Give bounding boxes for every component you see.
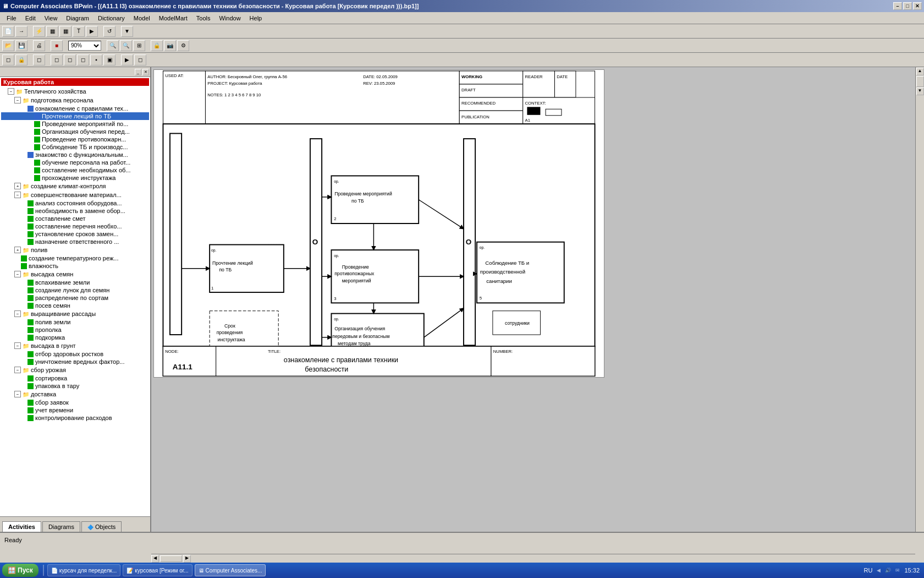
text-button[interactable]: T — [73, 26, 85, 37]
grid-button[interactable]: ▦ — [46, 26, 58, 37]
tb3-btn1[interactable]: ◻ — [2, 54, 14, 66]
panel-close[interactable]: ✕ — [142, 69, 149, 75]
zoom-in-button[interactable]: 🔍 — [107, 40, 119, 51]
tree-item[interactable]: сортировка — [1, 374, 149, 382]
zoom-select[interactable]: 90% 100% 75% — [68, 41, 101, 51]
tree-item[interactable]: отбор здоровых ростков — [1, 350, 149, 358]
tree-item[interactable]: Соблюдение ТБ и производс... — [1, 143, 149, 151]
menu-edit[interactable]: Edit — [21, 14, 40, 23]
menu-model[interactable]: Model — [129, 14, 155, 23]
expand-icon[interactable]: − — [14, 192, 21, 198]
expand-icon[interactable]: − — [14, 342, 21, 349]
grid2-button[interactable]: ▦ — [59, 26, 72, 37]
tree-item[interactable]: знакомство с функциональным... — [1, 151, 149, 159]
tree-item[interactable]: +📁полив — [1, 246, 149, 254]
tree-item[interactable]: обучение персонала на работ... — [1, 159, 149, 166]
tree-item[interactable]: анализ состояния оборудова... — [1, 199, 149, 207]
tb3-btn7[interactable]: ▪ — [90, 54, 102, 66]
tree-item[interactable]: Организация обучения перед... — [1, 128, 149, 135]
maximize-button[interactable]: □ — [903, 2, 912, 10]
tb3-btn6[interactable]: ◻ — [77, 54, 89, 66]
new-button[interactable]: 📄 — [2, 26, 14, 37]
tree-item[interactable]: уничтожение вредных фактор... — [1, 358, 149, 366]
start-button[interactable]: 🪟 Пуск — [2, 564, 38, 577]
tree-item[interactable]: −📁Тепличного хозяйства — [1, 87, 149, 96]
menu-modelmart[interactable]: ModelMart — [155, 14, 192, 23]
taskbar-btn-2[interactable]: 📝 курсовая [Режим ог... — [123, 564, 192, 576]
expand-icon[interactable]: + — [14, 247, 21, 253]
tree-item[interactable]: −📁совершенствование материал... — [1, 190, 149, 199]
tree-item[interactable]: составление перечня необхо... — [1, 222, 149, 230]
tab-activities[interactable]: Activities — [2, 521, 41, 532]
tree-container[interactable]: Курсовая работа −📁Тепличного хозяйства−📁… — [0, 77, 150, 516]
tab-objects[interactable]: 🔷 Objects — [81, 521, 122, 532]
tree-item[interactable]: установление сроков замен... — [1, 230, 149, 238]
tab-diagrams[interactable]: Diagrams — [42, 521, 80, 532]
undo-button[interactable]: ↺ — [103, 26, 116, 37]
menu-help[interactable]: Help — [245, 14, 267, 23]
color-button[interactable]: ■ — [51, 40, 63, 51]
tree-item[interactable]: −📁доставка — [1, 390, 149, 399]
tree-item[interactable]: упаковка в тару — [1, 382, 149, 390]
tree-item[interactable]: ознакомление с правилами тех... — [1, 105, 149, 112]
tb3-btn9[interactable]: ▶ — [121, 54, 133, 66]
camera-button[interactable]: 📷 — [164, 40, 176, 51]
menu-view[interactable]: View — [40, 14, 62, 23]
diagram-panel[interactable]: USED AT: AUTHOR: Бескровный Олег, группа… — [151, 67, 915, 532]
tree-root[interactable]: Курсовая работа — [1, 78, 149, 86]
taskbar-btn-1[interactable]: 📄 курсач для переделк... — [47, 564, 121, 576]
tree-item[interactable]: необходимость в замене обор... — [1, 207, 149, 215]
tb3-btn2[interactable]: 🔒 — [15, 54, 28, 66]
tree-item[interactable]: −📁сбор урожая — [1, 366, 149, 374]
expand-icon[interactable]: − — [8, 88, 14, 95]
horizontal-scrollbar[interactable]: ◀ ▶ — [151, 554, 915, 563]
tb3-btn8[interactable]: ▣ — [103, 54, 116, 66]
tb3-btn4[interactable]: ◻ — [51, 54, 63, 66]
tb3-btn10[interactable]: ◻ — [134, 54, 146, 66]
tree-item[interactable]: составление необходимых об... — [1, 166, 149, 174]
tree-item[interactable]: полив земли — [1, 318, 149, 326]
tree-item[interactable]: Проведение противопожарн... — [1, 135, 149, 143]
tree-item[interactable]: создание температурного реж... — [1, 254, 149, 262]
expand-icon[interactable]: − — [14, 367, 21, 373]
minimize-button[interactable]: – — [893, 2, 902, 10]
tree-item[interactable]: сбор заявок — [1, 399, 149, 406]
open-button[interactable]: 📂 — [2, 40, 14, 51]
menu-dictionary[interactable]: Dictionary — [94, 14, 129, 23]
tree-item[interactable]: назначение ответственного ... — [1, 238, 149, 246]
arrow-button[interactable]: → — [15, 26, 28, 37]
tree-item[interactable]: Прочтение лекций по ТБ — [1, 112, 149, 120]
tree-item[interactable]: подкормка — [1, 334, 149, 341]
save-button[interactable]: 💾 — [15, 40, 28, 51]
menu-diagram[interactable]: Diagram — [62, 14, 94, 23]
tb3-btn3[interactable]: ◻ — [33, 54, 45, 66]
tree-item[interactable]: посев семян — [1, 302, 149, 309]
tree-item[interactable]: −📁подготовка персонала — [1, 96, 149, 105]
tree-item[interactable]: контролирование расходов — [1, 414, 149, 422]
vertical-scrollbar[interactable]: ▲ ▼ — [915, 67, 924, 532]
tb3-btn5[interactable]: ◻ — [64, 54, 76, 66]
tree-item[interactable]: прополка — [1, 326, 149, 334]
tree-item[interactable]: −📁выращивание рассады — [1, 309, 149, 318]
print-button[interactable]: 🖨 — [33, 40, 45, 51]
tree-item[interactable]: учет времени — [1, 406, 149, 414]
expand-icon[interactable]: − — [14, 310, 21, 317]
play-button[interactable]: ▶ — [86, 26, 98, 37]
lock-button[interactable]: 🔒 — [151, 40, 163, 51]
tree-item[interactable]: вспахивание земли — [1, 279, 149, 286]
zoom-out-button[interactable]: 🔍 — [120, 40, 132, 51]
expand-icon[interactable]: − — [14, 391, 21, 397]
tree-item[interactable]: создание лунок для семян — [1, 286, 149, 294]
expand-icon[interactable]: − — [14, 97, 21, 103]
tree-item[interactable]: влажность — [1, 262, 149, 270]
tree-item[interactable]: распределение по сортам — [1, 294, 149, 302]
close-button[interactable]: ✕ — [913, 2, 922, 10]
tree-item[interactable]: +📁создание климат-контроля — [1, 182, 149, 190]
tree-item[interactable]: составление смет — [1, 215, 149, 222]
down-button[interactable]: ▼ — [121, 26, 133, 37]
zoom-fit-button[interactable]: ⊞ — [133, 40, 145, 51]
expand-icon[interactable]: − — [14, 271, 21, 277]
menu-window[interactable]: Window — [215, 14, 245, 23]
flash-button[interactable]: ⚡ — [33, 26, 45, 37]
panel-min[interactable]: _ — [135, 69, 141, 75]
